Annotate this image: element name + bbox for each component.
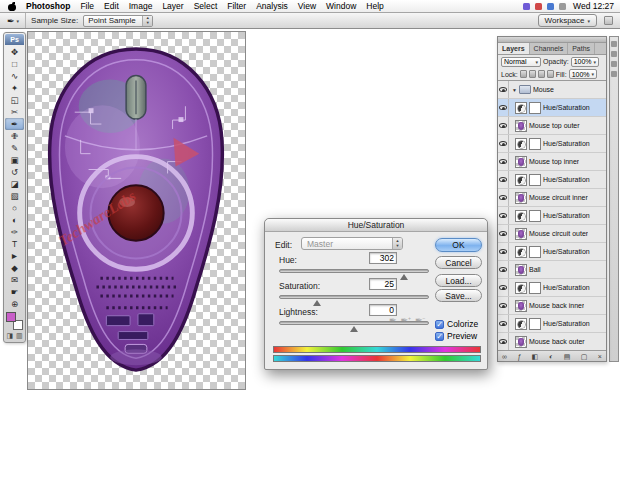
dodge-tool[interactable]: ◐	[5, 214, 24, 226]
disclosure-triangle-icon[interactable]: ▼	[512, 87, 517, 93]
Hue/Saturation[interactable]: ▼ Hue/Saturation	[498, 207, 606, 225]
layer-thumbnail[interactable]	[515, 192, 527, 204]
adjustment-layer-icon[interactable]: ◐	[549, 353, 553, 360]
Hue/Saturation[interactable]: ▼ Hue/Saturation	[498, 243, 606, 261]
quick-selection-tool[interactable]: ✦	[5, 82, 24, 94]
lock-pixels-icon[interactable]	[529, 70, 536, 78]
history-brush-tool[interactable]: ↺	[5, 166, 24, 178]
visibility-eye-icon[interactable]	[499, 141, 507, 146]
palette-well-icon[interactable]	[604, 16, 613, 25]
mask-thumbnail[interactable]	[529, 138, 541, 150]
Mouse back inner[interactable]: ▼ Mouse back inner	[498, 297, 606, 315]
Hue/Saturation[interactable]: ▼ Hue/Saturation	[498, 99, 606, 117]
menu-edit[interactable]: Edit	[99, 1, 124, 11]
menubar-status-icon-2[interactable]	[535, 3, 542, 10]
save-button[interactable]: Save...	[435, 289, 482, 302]
pen-tool[interactable]: ✑	[5, 226, 24, 238]
notes-tool[interactable]: ✉	[5, 274, 24, 286]
adjustment-thumbnail[interactable]	[515, 102, 527, 114]
adjustment-thumbnail[interactable]	[515, 174, 527, 186]
rectangular-marquee-tool[interactable]: □	[5, 58, 24, 70]
layer-thumbnail[interactable]	[515, 156, 527, 168]
new-layer-icon[interactable]: ▢	[581, 353, 588, 360]
preview-checkbox[interactable]: ✓ Preview	[435, 331, 477, 341]
edit-dropdown[interactable]: Master ▲▼	[301, 237, 403, 250]
healing-brush-tool[interactable]: ✙	[5, 130, 24, 142]
hue-field[interactable]: 302	[369, 252, 397, 264]
mask-thumbnail[interactable]	[529, 282, 541, 294]
tab-paths[interactable]: Paths	[568, 43, 595, 54]
lightness-slider-thumb[interactable]	[350, 326, 358, 332]
tool-preset-well[interactable]: ✒ ▾	[5, 13, 26, 28]
fill-field[interactable]: 100% ▾	[569, 69, 597, 79]
Mouse circuit outer[interactable]: ▼ Mouse circuit outer	[498, 225, 606, 243]
adjustment-thumbnail[interactable]	[515, 246, 527, 258]
menu-analysis[interactable]: Analysis	[251, 1, 293, 11]
tab-channels[interactable]: Channels	[530, 43, 569, 54]
Hue/Saturation[interactable]: ▼ Hue/Saturation	[498, 171, 606, 189]
hue-slider[interactable]	[279, 269, 429, 273]
document-canvas[interactable]: TechwareLabs	[27, 31, 246, 390]
layer-thumbnail[interactable]	[515, 264, 527, 276]
lasso-tool[interactable]: ∿	[5, 70, 24, 82]
slice-tool[interactable]: ✂	[5, 106, 24, 118]
crop-tool[interactable]: ◱	[5, 94, 24, 106]
menu-window[interactable]: Window	[321, 1, 361, 11]
visibility-eye-icon[interactable]	[499, 123, 507, 128]
delete-layer-icon[interactable]: ×	[598, 353, 602, 360]
visibility-eye-icon[interactable]	[499, 285, 507, 290]
visibility-eye-icon[interactable]	[499, 105, 507, 110]
quick-mask-button[interactable]: ◨	[6, 332, 13, 340]
Mouse[interactable]: ▼ Mouse	[498, 81, 606, 99]
workspace-button[interactable]: Workspace ▾	[538, 14, 597, 27]
hand-tool[interactable]: ☛	[5, 286, 24, 298]
menubar-status-icon-4[interactable]	[559, 3, 566, 10]
menubar-status-icon-1[interactable]	[523, 3, 530, 10]
visibility-eye-icon[interactable]	[499, 267, 507, 272]
dock-panel-icon-4[interactable]	[611, 71, 617, 77]
load-button[interactable]: Load...	[435, 274, 482, 287]
Hue/Saturation[interactable]: ▼ Hue/Saturation	[498, 135, 606, 153]
mask-thumbnail[interactable]	[529, 246, 541, 258]
dialog-title[interactable]: Hue/Saturation	[265, 219, 487, 232]
dock-panel-icon-3[interactable]	[611, 61, 617, 67]
menu-image[interactable]: Image	[124, 1, 158, 11]
saturation-field[interactable]: 25	[369, 278, 397, 290]
menubar-clock[interactable]: Wed 12:27	[571, 1, 614, 11]
visibility-eye-icon[interactable]	[499, 159, 507, 164]
layer-thumbnail[interactable]	[515, 300, 527, 312]
photoshop-logo[interactable]: Ps	[5, 34, 24, 45]
mask-thumbnail[interactable]	[529, 210, 541, 222]
zoom-tool[interactable]: ⊕	[5, 298, 24, 310]
gradient-tool[interactable]: ▧	[5, 190, 24, 202]
brush-tool[interactable]: ✎	[5, 142, 24, 154]
Mouse circuit inner[interactable]: ▼ Mouse circuit inner	[498, 189, 606, 207]
saturation-slider-thumb[interactable]	[313, 300, 321, 306]
layer-thumbnail[interactable]	[515, 228, 527, 240]
mask-thumbnail[interactable]	[529, 318, 541, 330]
visibility-eye-icon[interactable]	[499, 321, 507, 326]
screen-mode-button[interactable]: ▥	[16, 332, 23, 340]
adjustment-thumbnail[interactable]	[515, 210, 527, 222]
ok-button[interactable]: OK	[435, 238, 482, 252]
link-layers-icon[interactable]: ∞	[502, 353, 507, 360]
Mouse top outer[interactable]: ▼ Mouse top outer	[498, 117, 606, 135]
Ball[interactable]: ▼ Ball	[498, 261, 606, 279]
move-tool[interactable]: ✥	[5, 46, 24, 58]
visibility-eye-icon[interactable]	[499, 213, 507, 218]
foreground-color-swatch[interactable]	[6, 312, 16, 322]
path-selection-tool[interactable]: ►	[5, 250, 24, 262]
visibility-eye-icon[interactable]	[499, 231, 507, 236]
menu-layer[interactable]: Layer	[157, 1, 188, 11]
opacity-field[interactable]: 100% ▾	[571, 57, 599, 67]
cancel-button[interactable]: Cancel	[435, 256, 482, 269]
mask-thumbnail[interactable]	[529, 174, 541, 186]
Mouse top inner[interactable]: ▼ Mouse top inner	[498, 153, 606, 171]
visibility-eye-icon[interactable]	[499, 303, 507, 308]
layer-thumbnail[interactable]	[515, 336, 527, 348]
hue-slider-thumb[interactable]	[400, 274, 408, 280]
menu-help[interactable]: Help	[361, 1, 388, 11]
adjustment-thumbnail[interactable]	[515, 318, 527, 330]
visibility-eye-icon[interactable]	[499, 177, 507, 182]
layer-style-icon[interactable]: ƒ	[517, 353, 521, 360]
